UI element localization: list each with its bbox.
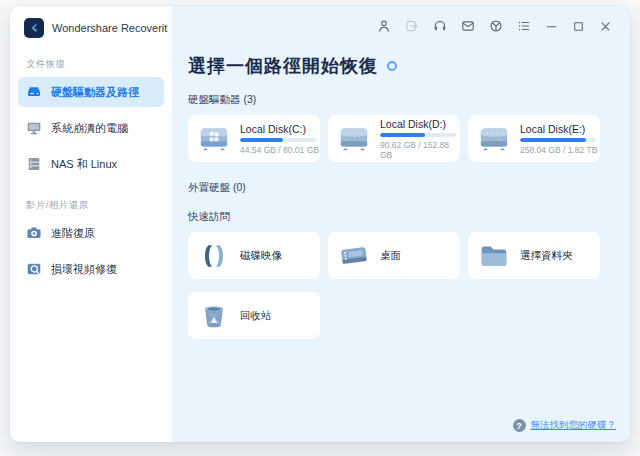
sidebar-item-hdd-and-paths[interactable]: 硬盤驅動器及路徑 <box>18 77 164 107</box>
quick-card-label: 回收站 <box>240 309 272 323</box>
disk-c-icon <box>197 124 231 154</box>
sidebar-item-advanced-recovery[interactable]: 進階復原 <box>18 218 164 248</box>
signin-icon[interactable] <box>405 19 419 33</box>
drive-info: Local Disk(D:) 90.62 GB / 152.88 GB <box>380 118 460 160</box>
recoverit-logo-icon <box>24 18 44 38</box>
quick-card-choose-folder[interactable]: 選擇資料夾 <box>468 232 600 279</box>
drive-info: Local Disk(C:) 44.54 GB / 80.01 GB <box>240 123 319 155</box>
minimize-icon[interactable] <box>545 20 558 33</box>
close-icon[interactable] <box>599 20 612 33</box>
quick-card-desktop[interactable]: 桌面 <box>328 232 460 279</box>
sidebar-item-crashed-computer[interactable]: 系統崩潰的電腦 <box>18 113 164 143</box>
external-disk-section-label: 外置硬盤 (0) <box>188 181 630 195</box>
crashed-computer-icon <box>26 120 42 136</box>
sidebar-section-file-recovery: 文件恢復 <box>10 58 172 71</box>
help-question-icon[interactable]: ? <box>513 419 526 432</box>
drive-size: 44.54 GB / 80.01 GB <box>240 145 319 155</box>
drive-usage-bar <box>240 138 316 142</box>
app-title: Wondershare Recoverit <box>52 22 167 34</box>
sidebar-item-label: NAS 和 Linux <box>51 157 117 172</box>
sidebar-item-video-repair[interactable]: 損壞視頻修復 <box>18 254 164 284</box>
drive-card-d[interactable]: Local Disk(D:) 90.62 GB / 152.88 GB <box>328 115 460 162</box>
account-icon[interactable] <box>377 19 391 33</box>
quick-access-section-label: 快速訪問 <box>188 210 630 224</box>
drive-size: 258.04 GB / 1.82 TB <box>520 145 597 155</box>
disk-d-icon <box>337 124 371 154</box>
titlebar <box>172 6 630 46</box>
drive-name: Local Disk(C:) <box>240 123 319 135</box>
drive-card-c[interactable]: Local Disk(C:) 44.54 GB / 80.01 GB <box>188 115 320 162</box>
sidebar-item-label: 系統崩潰的電腦 <box>51 121 128 136</box>
page-title-text: 選擇一個路徑開始恢復 <box>188 54 378 78</box>
sidebar-section-photo-video: 影片/相片還原 <box>10 199 172 212</box>
lifebuoy-icon[interactable] <box>489 19 503 33</box>
nas-server-icon <box>26 156 42 172</box>
drive-info: Local Disk(E:) 258.04 GB / 1.82 TB <box>520 123 597 155</box>
disk-e-icon <box>477 124 511 154</box>
sidebar-item-label: 損壞視頻修復 <box>51 262 117 277</box>
quick-card-label: 桌面 <box>380 249 401 263</box>
mail-icon[interactable] <box>461 19 475 33</box>
drive-card-e[interactable]: Local Disk(E:) 258.04 GB / 1.82 TB <box>468 115 600 162</box>
drive-size: 90.62 GB / 152.88 GB <box>380 140 460 160</box>
app-window: Wondershare Recoverit 文件恢復 硬盤驅動器及路徑 系統崩潰… <box>10 6 630 442</box>
quick-card-label: 磁碟映像 <box>240 249 282 263</box>
page-title: 選擇一個路徑開始恢復 <box>188 54 630 78</box>
app-brand: Wondershare Recoverit <box>10 6 172 38</box>
drive-name: Local Disk(D:) <box>380 118 460 130</box>
maximize-icon[interactable] <box>572 20 585 33</box>
sidebar-item-label: 硬盤驅動器及路徑 <box>51 85 139 100</box>
quick-card-label: 選擇資料夾 <box>520 249 573 263</box>
drive-name: Local Disk(E:) <box>520 123 597 135</box>
choose-folder-icon <box>477 241 511 271</box>
quick-card-recycle-bin[interactable]: 回收站 <box>188 292 320 339</box>
title-ring-icon[interactable] <box>387 61 397 71</box>
quick-access-row-1: 磁碟映像 桌面 選擇資料夾 <box>188 232 630 279</box>
quick-card-disk-image[interactable]: 磁碟映像 <box>188 232 320 279</box>
quick-access-row-2: 回收站 <box>188 292 630 339</box>
recycle-bin-icon <box>197 301 231 331</box>
hdd-section-label: 硬盤驅動器 (3) <box>188 93 630 107</box>
drive-usage-bar <box>380 133 456 137</box>
hard-drive-icon <box>26 84 42 100</box>
drive-usage-bar <box>520 138 596 142</box>
cant-find-disk-link[interactable]: 無法找到您的硬碟？ <box>531 419 617 432</box>
sidebar: Wondershare Recoverit 文件恢復 硬盤驅動器及路徑 系統崩潰… <box>10 6 172 442</box>
headset-icon[interactable] <box>433 19 447 33</box>
drive-card-row: Local Disk(C:) 44.54 GB / 80.01 GB Local… <box>188 115 630 162</box>
sidebar-item-nas-linux[interactable]: NAS 和 Linux <box>18 149 164 179</box>
desktop-icon <box>337 241 371 271</box>
sidebar-item-label: 進階復原 <box>51 226 95 241</box>
video-repair-icon <box>26 261 42 277</box>
main-panel: 選擇一個路徑開始恢復 硬盤驅動器 (3) Local Disk(C:) 44.5… <box>172 6 630 442</box>
camera-icon <box>26 225 42 241</box>
disk-image-icon <box>197 241 231 271</box>
help-link-area: ? 無法找到您的硬碟？ <box>513 419 617 432</box>
list-icon[interactable] <box>517 19 531 33</box>
main-content: 選擇一個路徑開始恢復 硬盤驅動器 (3) Local Disk(C:) 44.5… <box>172 46 630 442</box>
